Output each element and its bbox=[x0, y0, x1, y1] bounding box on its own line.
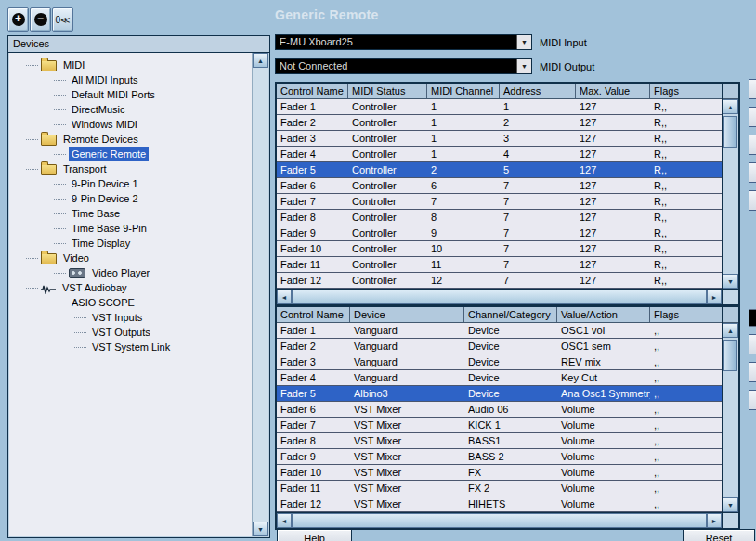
table-row[interactable]: Fader 1VanguardDeviceOSC1 vol,, bbox=[277, 323, 722, 339]
horizontal-scrollbar[interactable] bbox=[277, 290, 722, 304]
scroll-left-button[interactable] bbox=[277, 290, 292, 304]
table-row[interactable]: Fader 6Controller67127R,, bbox=[277, 178, 722, 194]
scroll-right-button[interactable] bbox=[707, 290, 722, 304]
tree-item-vst-inputs[interactable]: VST Inputs bbox=[9, 310, 252, 325]
scrollbar-thumb[interactable] bbox=[292, 513, 707, 528]
vertical-scrollbar[interactable] bbox=[722, 84, 738, 289]
tree-item-label: VST Inputs bbox=[89, 310, 145, 325]
table-row[interactable]: Fader 6VST MixerAudio 06Volume,, bbox=[277, 402, 722, 418]
table-row[interactable]: Fader 9Controller97127R,, bbox=[277, 225, 722, 241]
table-row[interactable]: Fader 2Controller12127R,, bbox=[277, 115, 722, 131]
tree-item-generic-remote[interactable]: Generic Remote bbox=[9, 147, 252, 161]
table-row[interactable]: Fader 9VST MixerBASS 2Volume,, bbox=[277, 449, 722, 465]
tree-item-default-midi-ports[interactable]: Default MIDI Ports bbox=[9, 87, 252, 102]
table-cell: Vanguard bbox=[350, 323, 464, 338]
tree-item-time-base[interactable]: Time Base bbox=[9, 206, 252, 221]
horizontal-scrollbar[interactable] bbox=[277, 513, 722, 528]
table-row[interactable]: Fader 4VanguardDeviceKey Cut,, bbox=[277, 370, 722, 386]
column-header-value-action: Value/Action bbox=[557, 307, 650, 322]
tree-item-vst-system-link[interactable]: VST System Link bbox=[9, 340, 252, 354]
table-row[interactable]: Fader 10VST MixerFXVolume,, bbox=[277, 465, 722, 481]
cutoff-button[interactable] bbox=[749, 79, 756, 99]
table-cell: FX bbox=[464, 465, 557, 480]
table-row[interactable]: Fader 1Controller11127R,, bbox=[277, 99, 722, 115]
cutoff-button[interactable] bbox=[749, 107, 756, 127]
help-button[interactable]: Help bbox=[277, 529, 352, 541]
cutoff-button[interactable] bbox=[749, 162, 756, 183]
scrollbar-thumb[interactable] bbox=[292, 290, 707, 304]
scroll-down-button[interactable] bbox=[253, 522, 268, 536]
tree-item-video-player[interactable]: Video Player bbox=[9, 265, 252, 280]
scroll-down-button[interactable] bbox=[723, 497, 738, 512]
table-row[interactable]: Fader 5Controller25127R,, bbox=[277, 162, 722, 178]
table-cell: Fader 11 bbox=[277, 481, 350, 496]
remove-device-button[interactable]: − bbox=[30, 7, 51, 32]
tree-item-vst-audiobay[interactable]: VST Audiobay bbox=[9, 280, 252, 295]
tree-item-9-pin-device-1[interactable]: 9-Pin Device 1 bbox=[9, 176, 252, 191]
dropdown-arrow-button[interactable] bbox=[516, 35, 531, 49]
vertical-scrollbar[interactable] bbox=[722, 307, 738, 512]
tree-item-9-pin-device-2[interactable]: 9-Pin Device 2 bbox=[9, 191, 252, 206]
tree-item-label: VST Outputs bbox=[89, 325, 153, 340]
midi-output-select[interactable]: Not Connected bbox=[275, 58, 532, 74]
chevron-down-icon bbox=[521, 39, 528, 45]
tree-item-time-display[interactable]: Time Display bbox=[9, 236, 252, 251]
scroll-right-button[interactable] bbox=[707, 513, 722, 528]
cutoff-button[interactable] bbox=[749, 334, 756, 354]
table-row[interactable]: Fader 8VST MixerBASS1Volume,, bbox=[277, 433, 722, 449]
cutoff-button[interactable] bbox=[749, 362, 756, 382]
table-cell: R,, bbox=[650, 162, 722, 177]
tree-item-time-base-9-pin[interactable]: Time Base 9-Pin bbox=[9, 221, 252, 236]
tree-item-all-midi-inputs[interactable]: All MIDI Inputs bbox=[9, 72, 252, 87]
reset-button[interactable]: Reset bbox=[683, 529, 755, 541]
tree-item-label: Default MIDI Ports bbox=[69, 87, 158, 102]
tree-item-video[interactable]: Video bbox=[9, 251, 252, 265]
table-cell: Volume bbox=[557, 418, 650, 432]
table-cell: Controller bbox=[348, 178, 427, 193]
cutoff-button[interactable] bbox=[749, 190, 756, 211]
table-row[interactable]: Fader 8Controller87127R,, bbox=[277, 210, 722, 225]
tree-item-windows-midi[interactable]: Windows MIDI bbox=[9, 117, 252, 132]
table-cell: Fader 5 bbox=[277, 386, 350, 401]
column-header-flags: Flags bbox=[650, 84, 722, 98]
table-cell: 7 bbox=[500, 273, 576, 288]
table-row[interactable]: Fader 5Albino3DeviceAna Osc1 Symmetry,, bbox=[277, 386, 722, 402]
table-row[interactable]: Fader 10Controller107127R,, bbox=[277, 241, 722, 257]
table-row[interactable]: Fader 4Controller14127R,, bbox=[277, 147, 722, 162]
table-cell: Controller bbox=[348, 194, 427, 209]
scrollbar-thumb[interactable] bbox=[723, 340, 737, 371]
table-cell: 1 bbox=[427, 131, 500, 146]
table-row[interactable]: Fader 12VST MixerHIHETSVolume,, bbox=[277, 496, 722, 512]
collapse-button[interactable]: 0≪ bbox=[52, 7, 73, 32]
table-body: Fader 1Controller11127R,,Fader 2Controll… bbox=[277, 99, 722, 289]
tree-item-remote-devices[interactable]: Remote Devices bbox=[9, 132, 252, 147]
dropdown-arrow-button[interactable] bbox=[516, 59, 531, 73]
tree-item-midi[interactable]: MIDI bbox=[9, 58, 252, 72]
table-cell: 10 bbox=[427, 241, 500, 256]
cutoff-button[interactable] bbox=[749, 390, 756, 410]
table-cell: R,, bbox=[650, 147, 722, 161]
table-row[interactable]: Fader 11Controller117127R,, bbox=[277, 257, 722, 273]
scroll-left-button[interactable] bbox=[277, 513, 292, 528]
devices-tree-scrollbar[interactable] bbox=[252, 53, 268, 536]
table-row[interactable]: Fader 3Controller13127R,, bbox=[277, 131, 722, 147]
table-row[interactable]: Fader 3VanguardDeviceREV mix,, bbox=[277, 354, 722, 370]
table-row[interactable]: Fader 2VanguardDeviceOSC1 sem,, bbox=[277, 339, 722, 354]
scroll-up-button[interactable] bbox=[723, 99, 738, 114]
table-row[interactable]: Fader 7Controller77127R,, bbox=[277, 194, 722, 210]
scroll-up-button[interactable] bbox=[723, 323, 738, 338]
table-row[interactable]: Fader 11VST MixerFX 2Volume,, bbox=[277, 481, 722, 496]
scrollbar-thumb[interactable] bbox=[723, 116, 737, 148]
midi-input-select[interactable]: E-MU Xboard25 bbox=[275, 34, 532, 50]
scroll-up-button[interactable] bbox=[253, 53, 268, 68]
cutoff-field[interactable] bbox=[749, 309, 756, 327]
tree-item-asio-scope[interactable]: ASIO SCOPE bbox=[9, 295, 252, 310]
tree-item-transport[interactable]: Transport bbox=[9, 161, 252, 176]
tree-item-directmusic[interactable]: DirectMusic bbox=[9, 102, 252, 117]
table-row[interactable]: Fader 12Controller127127R,, bbox=[277, 273, 722, 289]
table-row[interactable]: Fader 7VST MixerKICK 1Volume,, bbox=[277, 418, 722, 433]
add-device-button[interactable]: + bbox=[7, 7, 29, 32]
cutoff-button[interactable] bbox=[749, 135, 756, 155]
tree-item-vst-outputs[interactable]: VST Outputs bbox=[9, 325, 252, 340]
scroll-down-button[interactable] bbox=[723, 274, 738, 289]
